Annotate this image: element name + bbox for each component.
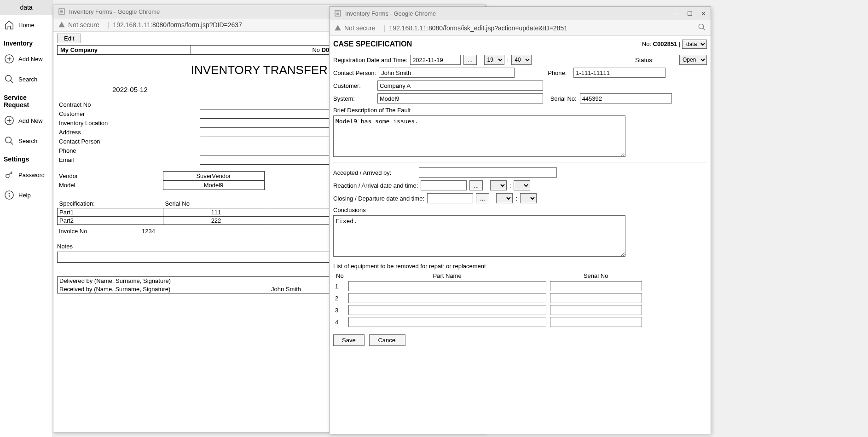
serial-label: Serial No:: [550, 95, 577, 102]
svg-point-4: [6, 174, 9, 178]
close-button[interactable]: ✕: [701, 10, 706, 17]
phone-label: Phone: [57, 146, 200, 155]
sidebar-home[interactable]: Home: [0, 15, 52, 35]
customer-input[interactable]: [377, 80, 543, 91]
model-label: Model: [57, 181, 163, 190]
zoom-icon[interactable]: [698, 23, 706, 33]
equip-row: 4: [333, 316, 644, 328]
sidebar-label: Add New: [18, 56, 43, 63]
reaction-date-input[interactable]: [421, 180, 467, 190]
closing-hour-select[interactable]: [496, 193, 513, 203]
save-button[interactable]: Save: [333, 334, 365, 346]
date-picker-button[interactable]: ...: [463, 55, 477, 65]
sidebar-inventory-search[interactable]: Search: [0, 69, 52, 89]
email-label: Email: [57, 155, 200, 165]
window-title: Inventory Forms - Google Chrome: [345, 10, 673, 17]
url-display[interactable]: 192.168.1.11:8080/forms/isk_edit.jsp?act…: [389, 24, 698, 32]
address-label: Address: [57, 128, 200, 137]
conclusions-textarea[interactable]: [333, 215, 625, 257]
data-select[interactable]: data: [682, 40, 707, 49]
col-part: Part Name: [347, 271, 548, 280]
system-label: System:: [333, 95, 375, 102]
contact-label: Contact Person: [57, 137, 200, 146]
sidebar-password[interactable]: Password: [0, 165, 52, 185]
sidebar-label: Password: [18, 172, 45, 178]
contact-label: Contact Person:: [333, 69, 376, 76]
reaction-min-select[interactable]: [514, 180, 530, 190]
case-content: CASE SPECIFICATION No: C002851 | data Re…: [330, 36, 711, 434]
warning-icon: [334, 24, 341, 32]
contact-input[interactable]: [379, 68, 515, 78]
col-no: No: [333, 271, 347, 280]
sidebar-service-search[interactable]: Search: [0, 131, 52, 151]
part-sn-input[interactable]: [550, 293, 642, 303]
app-icon: [58, 8, 65, 15]
part-sn-input[interactable]: [550, 305, 642, 315]
equip-row: 3: [333, 304, 644, 316]
sidebar-inventory-add[interactable]: Add New: [0, 49, 52, 69]
part-name-input[interactable]: [348, 317, 546, 327]
case-spec-window: Inventory Forms - Google Chrome — ☐ ✕ No…: [329, 6, 711, 434]
not-secure-indicator[interactable]: Not secure: [58, 21, 99, 29]
phone-label: Phone:: [548, 69, 571, 76]
equip-label: List of equipment to be removed for repa…: [333, 258, 707, 271]
minimize-button[interactable]: —: [673, 10, 679, 17]
phone-input[interactable]: [573, 68, 665, 78]
sidebar: data Home Inventory Add New Search Servi…: [0, 0, 53, 437]
system-input[interactable]: [377, 93, 543, 104]
sidebar-label: Search: [18, 138, 37, 144]
app-icon: [334, 10, 341, 17]
vendor-label: Vendor: [57, 172, 163, 181]
address-bar: Not secure | 192.168.1.11:8080/forms/isk…: [330, 20, 711, 36]
svg-point-6: [9, 193, 9, 194]
cancel-button[interactable]: Cancel: [369, 334, 405, 346]
sidebar-help[interactable]: Help: [0, 185, 52, 205]
svg-point-3: [6, 137, 12, 143]
reg-date-label: Registration Date and Time:: [333, 57, 407, 63]
plus-icon: [4, 53, 15, 64]
case-title: CASE SPECIFICATION: [333, 40, 412, 48]
accepted-input[interactable]: [419, 167, 557, 178]
reg-date-input[interactable]: [410, 55, 461, 65]
reaction-label: Reaction / Arrival date and time:: [333, 182, 418, 189]
model-value: Model9: [163, 181, 264, 190]
closing-date-picker[interactable]: ...: [476, 193, 489, 203]
sidebar-section-settings: Settings: [0, 151, 52, 165]
fault-textarea[interactable]: [333, 115, 625, 157]
spec-header: Specification:: [58, 199, 163, 208]
sidebar-label: Home: [18, 22, 35, 29]
serial-input[interactable]: [580, 93, 672, 104]
location-label: Inventory Location: [57, 119, 200, 128]
equip-row: 1: [333, 280, 644, 292]
closing-label: Closing / Departure date and time:: [333, 195, 424, 202]
titlebar[interactable]: Inventory Forms - Google Chrome — ☐ ✕: [330, 7, 711, 20]
sidebar-section-service: Service Request: [0, 89, 52, 110]
part-name-input[interactable]: [348, 293, 546, 303]
svg-point-1: [6, 75, 12, 81]
sidebar-section-inventory: Inventory: [0, 35, 52, 49]
not-secure-indicator[interactable]: Not secure: [334, 24, 376, 32]
received-label: Received by (Name, Surname, Signature): [58, 285, 269, 293]
serialno-header: Serial No: [163, 199, 269, 208]
closing-date-input[interactable]: [427, 193, 473, 203]
maximize-button[interactable]: ☐: [687, 10, 693, 17]
warning-icon: [58, 21, 65, 29]
edit-button[interactable]: Edit: [57, 34, 81, 43]
case-number: No: C002851 | data: [642, 40, 707, 49]
closing-min-select[interactable]: [520, 193, 537, 203]
part-sn-input[interactable]: [550, 317, 642, 327]
info-icon: [4, 190, 15, 201]
company-cell: My Company: [58, 46, 191, 55]
search-icon: [4, 74, 15, 85]
status-select[interactable]: Open: [679, 55, 707, 65]
reg-min-select[interactable]: 40: [511, 55, 532, 65]
part-sn-input[interactable]: [550, 281, 642, 291]
part-name-input[interactable]: [348, 281, 546, 291]
part-name-input[interactable]: [348, 305, 546, 315]
key-icon: [4, 169, 15, 180]
reaction-date-picker[interactable]: ...: [469, 180, 483, 190]
sidebar-service-add[interactable]: Add New: [0, 110, 52, 131]
reg-hour-select[interactable]: 19: [484, 55, 504, 65]
sidebar-label: Help: [18, 192, 31, 199]
reaction-hour-select[interactable]: [490, 180, 507, 190]
